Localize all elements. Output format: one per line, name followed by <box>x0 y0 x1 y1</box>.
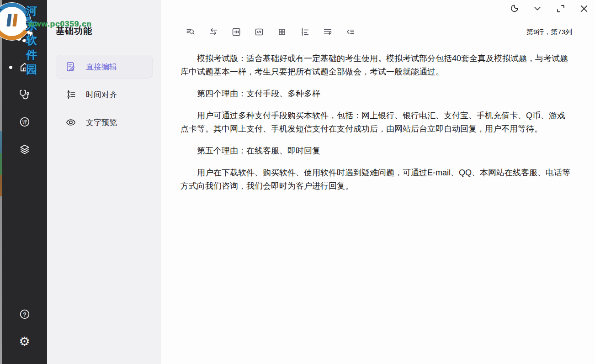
rail-translate-button[interactable]: 译 <box>2 112 47 132</box>
active-indicator-dot <box>9 66 12 69</box>
main-area: 第9行，第73列 模拟考试版：适合基础好或有一定基础的考生使用。模拟考试部分包括… <box>161 0 595 364</box>
sidebar: 基础功能 直接编辑 时间对齐 文字预览 <box>47 0 161 364</box>
toolbar-swap-button[interactable] <box>208 22 218 42</box>
sidebar-item-label: 直接编辑 <box>86 62 117 72</box>
import-icon <box>231 27 241 37</box>
layers-icon <box>19 143 31 155</box>
sidebar-item-time-align[interactable]: 时间对齐 <box>56 83 153 106</box>
maximize-button[interactable] <box>555 3 567 15</box>
chevron-down-icon <box>532 4 542 14</box>
cursor-position-status: 第9行，第73列 <box>526 28 572 37</box>
close-icon <box>579 4 589 14</box>
edit-document-icon <box>65 61 76 72</box>
moon-icon <box>509 4 519 14</box>
rail-settings-button[interactable]: ⚙ <box>2 332 47 352</box>
rail-layers-button[interactable] <box>2 139 47 159</box>
rail-home-button[interactable] <box>2 57 47 77</box>
wrap-return-icon <box>323 27 333 37</box>
line-list-icon <box>300 27 310 37</box>
rail-check-button[interactable] <box>2 84 47 105</box>
paragraph[interactable]: 模拟考试版：适合基础好或有一定基础的考生使用。模拟考试部分包括40套全真及模拟试… <box>181 52 570 79</box>
code-block-icon <box>254 27 264 37</box>
maximize-icon <box>556 4 566 14</box>
sidebar-item-label: 时间对齐 <box>86 90 117 100</box>
paragraph[interactable]: 用户在下载软件、购买软件、使用软件时遇到疑难问题，可通过E-mail、QQ、本网… <box>181 166 570 193</box>
toolbar-line-list-button[interactable] <box>300 22 310 42</box>
time-align-icon <box>65 89 76 100</box>
paragraph[interactable]: 第五个理由：在线客服、即时回复 <box>181 144 570 158</box>
help-icon: ? <box>19 308 31 320</box>
editor-text-area[interactable]: 模拟考试版：适合基础好或有一定基础的考生使用。模拟考试部分包括40套全真及模拟试… <box>181 52 570 201</box>
translate-icon: 译 <box>19 116 31 128</box>
toolbar-outdent-button[interactable] <box>345 22 356 42</box>
toolbar-code-block-button[interactable] <box>254 22 264 42</box>
sidebar-item-direct-edit[interactable]: 直接编辑 <box>56 55 153 79</box>
toolbar-wrap-return-button[interactable] <box>323 22 333 42</box>
swap-icon <box>208 27 218 37</box>
search-in-list-icon <box>186 27 196 37</box>
toolbar-search-in-list-button[interactable] <box>186 22 196 42</box>
app-logo-icon <box>15 20 34 43</box>
theme-toggle-button[interactable] <box>508 3 520 15</box>
paragraph[interactable]: 用户可通过多种支付手段购买本软件，包括：网上银行、银行电汇、支付宝、手机充值卡、… <box>181 109 570 136</box>
toolbar-command-button[interactable] <box>277 22 287 42</box>
left-rail: 译 ? ⚙ <box>2 0 47 364</box>
command-icon <box>277 27 287 37</box>
collapse-button[interactable] <box>531 3 543 15</box>
sidebar-menu: 直接编辑 时间对齐 文字预览 <box>56 55 153 134</box>
gear-icon: ⚙ <box>19 336 30 348</box>
rail-help-button[interactable]: ? <box>2 304 47 324</box>
close-button[interactable] <box>578 3 590 15</box>
stethoscope-icon <box>19 89 31 100</box>
sidebar-item-text-preview[interactable]: 文字预览 <box>56 111 153 134</box>
help-glyph: ? <box>23 311 27 318</box>
sidebar-title: 基础功能 <box>56 25 92 37</box>
window-controls <box>508 3 590 15</box>
eye-icon <box>65 117 76 128</box>
editor-toolbar <box>186 22 356 42</box>
translate-glyph: 译 <box>22 119 27 125</box>
home-icon <box>19 61 31 73</box>
paragraph[interactable]: 第四个理由：支付手段、多种多样 <box>181 87 570 100</box>
outdent-icon <box>345 27 356 37</box>
toolbar-import-button[interactable] <box>231 22 241 42</box>
sidebar-item-label: 文字预览 <box>86 117 117 128</box>
